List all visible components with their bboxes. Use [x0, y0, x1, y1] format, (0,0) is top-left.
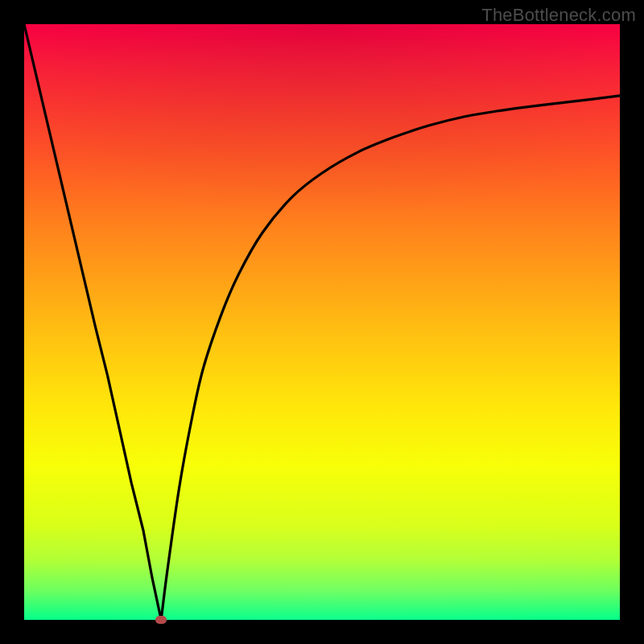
watermark-text: TheBottleneck.com — [481, 5, 636, 26]
bottleneck-curve — [24, 24, 620, 620]
curve-path — [24, 24, 620, 620]
minimum-marker — [155, 616, 167, 624]
chart-frame: TheBottleneck.com — [0, 0, 644, 644]
